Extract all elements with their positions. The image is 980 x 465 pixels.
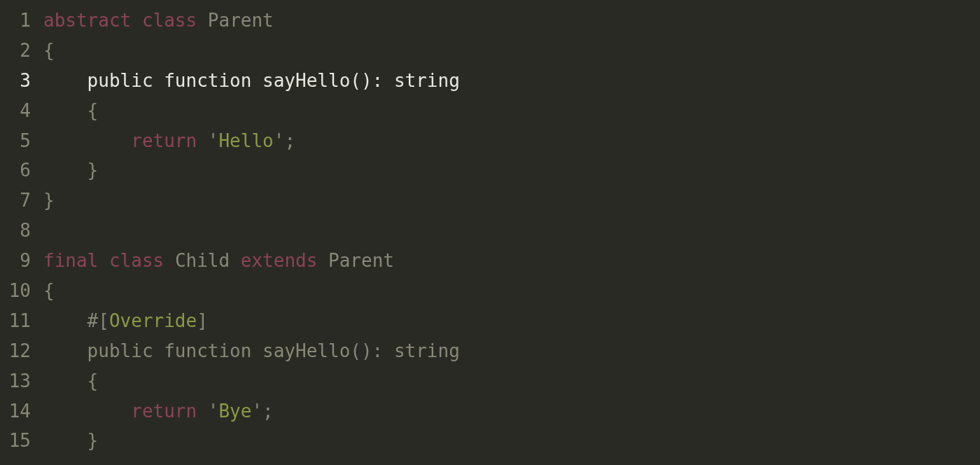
code-line[interactable]: 15 } bbox=[0, 426, 980, 456]
code-token: { bbox=[43, 280, 55, 301]
code-token: abstract bbox=[43, 10, 131, 31]
code-line[interactable]: 12 public function sayHello(): string bbox=[0, 336, 980, 366]
code-line[interactable]: 5 return 'Hello'; bbox=[0, 126, 980, 156]
code-line[interactable]: 2{ bbox=[0, 36, 980, 66]
code-token: class bbox=[109, 250, 164, 271]
code-line[interactable]: 11 #[Override] bbox=[0, 306, 980, 336]
line-number: 10 bbox=[0, 276, 43, 306]
code-token: return bbox=[131, 130, 197, 151]
code-token: Override bbox=[109, 310, 197, 331]
code-token: } bbox=[43, 190, 55, 211]
line-number: 15 bbox=[0, 426, 43, 456]
code-line[interactable]: 8 bbox=[0, 216, 980, 246]
code-token: Bye bbox=[218, 401, 251, 422]
line-content[interactable]: public function sayHello(): string bbox=[43, 66, 980, 96]
code-line[interactable]: 3 public function sayHello(): string bbox=[0, 66, 980, 96]
code-token bbox=[43, 130, 131, 151]
code-token bbox=[131, 10, 142, 31]
line-number: 13 bbox=[0, 366, 43, 396]
line-content[interactable]: #[Override] bbox=[43, 306, 980, 336]
code-token: #[ bbox=[43, 310, 109, 331]
code-token: class bbox=[142, 10, 197, 31]
line-content[interactable]: { bbox=[43, 276, 980, 306]
line-content[interactable]: public function sayHello(): string bbox=[43, 336, 980, 366]
code-line[interactable]: 9final class Child extends Parent bbox=[0, 246, 980, 276]
code-token bbox=[197, 10, 208, 31]
code-token: Parent bbox=[208, 10, 274, 31]
line-content[interactable]: { bbox=[43, 36, 980, 66]
code-token: { bbox=[43, 100, 98, 121]
line-number: 7 bbox=[0, 186, 43, 216]
line-content[interactable]: } bbox=[43, 186, 980, 216]
code-token: ' bbox=[251, 401, 262, 422]
code-token: { bbox=[43, 40, 55, 61]
code-line[interactable]: 14 return 'Bye'; bbox=[0, 396, 980, 426]
code-token bbox=[230, 250, 241, 271]
line-content[interactable]: } bbox=[43, 426, 980, 456]
code-token: ; bbox=[262, 401, 274, 422]
code-token bbox=[43, 401, 131, 422]
code-token bbox=[197, 401, 208, 422]
line-number: 12 bbox=[0, 336, 43, 366]
line-content[interactable]: { bbox=[43, 96, 980, 126]
line-content[interactable]: { bbox=[43, 366, 980, 396]
code-line[interactable]: 13 { bbox=[0, 366, 980, 396]
code-token: } bbox=[43, 160, 98, 181]
line-number: 4 bbox=[0, 96, 43, 126]
code-token: } bbox=[43, 430, 98, 451]
line-number: 8 bbox=[0, 216, 43, 246]
line-number: 1 bbox=[0, 6, 43, 36]
line-content[interactable]: } bbox=[43, 155, 980, 186]
code-token: Child bbox=[175, 250, 230, 271]
code-editor[interactable]: 1abstract class Parent2{3 public functio… bbox=[0, 0, 980, 456]
line-content[interactable]: final class Child extends Parent bbox=[43, 246, 980, 276]
line-content[interactable]: abstract class Parent bbox=[43, 6, 980, 36]
code-token: public function sayHello(): string bbox=[43, 340, 460, 361]
code-line[interactable]: 10{ bbox=[0, 276, 980, 306]
code-token: ; bbox=[284, 130, 295, 151]
code-token bbox=[98, 250, 109, 271]
code-token: ] bbox=[197, 310, 208, 331]
code-token: ' bbox=[208, 401, 219, 422]
code-line[interactable]: 1abstract class Parent bbox=[0, 6, 980, 36]
code-token: public function sayHello(): string bbox=[43, 70, 460, 91]
code-token: Hello bbox=[218, 130, 273, 151]
line-number: 9 bbox=[0, 246, 43, 276]
line-number: 5 bbox=[0, 126, 43, 156]
code-token: ' bbox=[208, 130, 219, 151]
code-token: extends bbox=[241, 250, 318, 271]
line-number: 3 bbox=[0, 66, 43, 96]
code-line[interactable]: 4 { bbox=[0, 96, 980, 126]
line-content[interactable]: return 'Hello'; bbox=[43, 126, 980, 156]
line-number: 6 bbox=[0, 155, 43, 186]
line-number: 14 bbox=[0, 396, 43, 426]
code-token: final bbox=[43, 250, 98, 271]
code-token: { bbox=[43, 370, 98, 391]
code-token bbox=[317, 250, 328, 271]
code-token: Parent bbox=[328, 250, 394, 271]
code-token: return bbox=[131, 401, 197, 422]
line-content[interactable]: return 'Bye'; bbox=[43, 396, 980, 426]
code-token: ' bbox=[274, 130, 285, 151]
code-line[interactable]: 6 } bbox=[0, 155, 980, 186]
line-number: 11 bbox=[0, 306, 43, 336]
code-token bbox=[197, 130, 208, 151]
code-line[interactable]: 7} bbox=[0, 186, 980, 216]
code-token bbox=[164, 250, 175, 271]
line-number: 2 bbox=[0, 36, 43, 66]
